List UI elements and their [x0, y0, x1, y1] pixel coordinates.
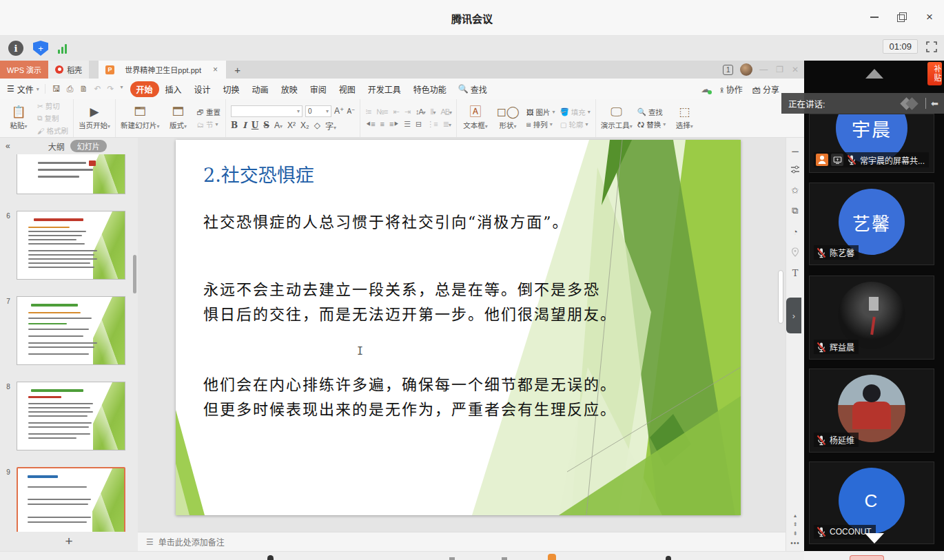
- increase-font-icon[interactable]: A⁺: [334, 106, 344, 116]
- next-slide-button[interactable]: ⇟: [793, 530, 798, 537]
- columns-button[interactable]: ⫴▾: [431, 107, 435, 116]
- menu-transition[interactable]: 切换: [217, 81, 246, 97]
- participant-tile[interactable]: C COCONUT: [809, 462, 934, 544]
- text-effect-button[interactable]: 字▾: [325, 120, 336, 132]
- thumbnail-slide-9-selected[interactable]: 9: [0, 467, 138, 532]
- fullscreen-icon[interactable]: [926, 41, 937, 52]
- menu-review[interactable]: 审阅: [304, 81, 333, 97]
- menu-features[interactable]: 特色功能: [407, 81, 453, 97]
- slide-nav-button[interactable]: ⇞: [793, 521, 798, 528]
- select-button[interactable]: ⬚ 选择▾: [670, 106, 698, 130]
- tab-slides[interactable]: 幻灯片: [70, 140, 107, 152]
- more-options-dots[interactable]: •••: [790, 539, 800, 547]
- participant-tile[interactable]: 艺馨 陈艺馨: [809, 183, 934, 265]
- menu-design[interactable]: 设计: [188, 81, 217, 97]
- strike-button[interactable]: S: [263, 121, 269, 130]
- italic-button[interactable]: I: [243, 121, 247, 130]
- font-color-button[interactable]: A▾: [274, 121, 283, 130]
- copy-button[interactable]: ⧉复制: [37, 113, 68, 123]
- tab-outline[interactable]: 大纲: [48, 141, 65, 152]
- align-center-button[interactable]: ≡: [380, 120, 384, 129]
- new-slide-button[interactable]: 🗔 新建幻灯片▾: [121, 106, 160, 130]
- numbering-button[interactable]: №≡: [376, 107, 387, 116]
- menu-insert[interactable]: 插入: [159, 81, 188, 97]
- subsidy-badge[interactable]: 补贴: [927, 62, 942, 85]
- scroll-down-arrow[interactable]: [865, 533, 884, 543]
- slide-paragraph-3[interactable]: 他们会在内心排练许多遍，确保每一个细节都是无误的。 但更多时候表现出来的是无作为…: [203, 373, 617, 422]
- bullets-button[interactable]: ⁝≡: [365, 107, 371, 116]
- align-right-button[interactable]: ≡⯈: [389, 120, 398, 129]
- wps-account-avatar[interactable]: [740, 63, 752, 76]
- meeting-info-icon[interactable]: i: [8, 41, 23, 56]
- participant-tile[interactable]: 杨延维: [809, 369, 934, 453]
- cut-button[interactable]: ✂剪切: [37, 101, 68, 111]
- wps-window-controls[interactable]: —❐✕: [759, 65, 799, 74]
- menu-view[interactable]: 视图: [333, 81, 362, 97]
- format-painter-button[interactable]: 🖌格式刷: [37, 125, 68, 136]
- text-direction-button[interactable]: AB̲▾: [440, 107, 451, 116]
- network-signal-icon[interactable]: [58, 43, 67, 54]
- slide-paragraph-2[interactable]: 永远不会主动去建立一段关系，总是在等。倒不是多恐 惧日后的交往，而是无法迈开第一…: [203, 278, 617, 327]
- menu-slideshow[interactable]: 放映: [275, 81, 304, 97]
- menu-animation[interactable]: 动画: [246, 81, 275, 97]
- justify-button[interactable]: ☰: [404, 120, 410, 129]
- panel-collapse-button[interactable]: «: [6, 141, 10, 151]
- doc-count-badge[interactable]: 1: [723, 65, 733, 75]
- slide-layout-icon[interactable]: ⧉: [790, 205, 801, 216]
- start-from-page-button[interactable]: ▶ 当页开始▾: [79, 106, 110, 130]
- restore-button[interactable]: [894, 10, 910, 25]
- share-button[interactable]: 🖄 分享: [752, 83, 779, 95]
- font-name-combo[interactable]: ▾: [231, 105, 302, 117]
- textbox-button[interactable]: 🄰 文本框▾: [462, 106, 489, 130]
- reset-button[interactable]: 🗗重置: [197, 107, 221, 117]
- new-tab-button[interactable]: +: [226, 61, 249, 79]
- menu-find[interactable]: 🔍 查找: [453, 83, 493, 95]
- back-arrow-icon[interactable]: ⬅: [931, 98, 938, 109]
- slide-area-scrollbar[interactable]: [778, 270, 783, 324]
- expand-panel-tab[interactable]: ›: [786, 298, 801, 333]
- paste-button[interactable]: 📋 粘贴▾: [5, 106, 32, 130]
- close-button[interactable]: ×: [922, 10, 937, 25]
- text-tool-icon[interactable]: T: [790, 267, 801, 278]
- file-menu[interactable]: ☰ 文件 ▾: [0, 83, 45, 95]
- subscript-button[interactable]: X₂: [300, 121, 309, 130]
- redo-icon[interactable]: ↷: [107, 84, 114, 94]
- smart-list-button[interactable]: ≣▾: [443, 120, 451, 129]
- thumbnail-slide-8[interactable]: 8: [0, 382, 138, 450]
- menu-devtools[interactable]: 开发工具: [362, 81, 407, 97]
- security-shield-icon[interactable]: +: [33, 41, 48, 56]
- prev-slide-button[interactable]: ▴: [794, 512, 797, 519]
- location-pin-icon[interactable]: [790, 247, 801, 258]
- thumbnail-slide-5[interactable]: [0, 154, 138, 194]
- add-slide-button[interactable]: +: [0, 532, 138, 551]
- helper-clock-icon[interactable]: ◔: [790, 226, 801, 237]
- indent-button[interactable]: ⇥: [404, 107, 410, 116]
- thumbnail-slide-7[interactable]: 7: [0, 296, 138, 365]
- print-preview-icon[interactable]: 🗎: [79, 84, 88, 94]
- collaborate-button[interactable]: 🯅 协作: [719, 83, 742, 95]
- layout-button[interactable]: 🗖 版式▾: [165, 106, 192, 130]
- arrange-button[interactable]: ⧈排列▾: [526, 119, 555, 129]
- picture-button[interactable]: 🖼图片▾: [526, 107, 555, 117]
- slide-title[interactable]: 2.社交恐惧症: [203, 160, 314, 187]
- minimize-button[interactable]: [867, 10, 882, 25]
- panel-scrollbar[interactable]: [133, 255, 136, 293]
- superscript-button[interactable]: X²: [287, 121, 296, 130]
- quickbar-more-icon[interactable]: ▾: [121, 84, 123, 94]
- participant-tile[interactable]: 宇晨 常宇晨的屏幕共...: [809, 114, 934, 173]
- save-icon[interactable]: 🖫: [52, 84, 61, 94]
- outline-button[interactable]: ▢轮廓▾: [560, 119, 591, 129]
- properties-sliders-icon[interactable]: [790, 164, 801, 175]
- slide-editing-area[interactable]: 2.社交恐惧症 社交恐惧症的人总习惯于将社交引向“消极方面”。 永远不会主动去建…: [138, 138, 786, 532]
- line-spacing-button[interactable]: ↕A▾: [415, 107, 425, 116]
- slide-canvas[interactable]: 2.社交恐惧症 社交恐惧症的人总习惯于将社交引向“消极方面”。 永远不会主动去建…: [176, 140, 741, 515]
- tab-close-icon[interactable]: ×: [212, 65, 219, 74]
- menu-home[interactable]: 开始: [130, 81, 159, 97]
- shapes-button[interactable]: ◻◯ 形状▾: [494, 106, 522, 130]
- list-levels-button[interactable]: ⋮≡: [427, 120, 437, 129]
- collapse-panel-up-arrow[interactable]: [865, 69, 883, 79]
- present-tools-button[interactable]: 🖵 演示工具▾: [601, 106, 633, 130]
- distribute-button[interactable]: ⊟: [415, 120, 421, 129]
- print-icon[interactable]: ⎙: [67, 84, 74, 94]
- tab-document[interactable]: P 世界精神卫生日ppt.ppt ×: [99, 61, 226, 79]
